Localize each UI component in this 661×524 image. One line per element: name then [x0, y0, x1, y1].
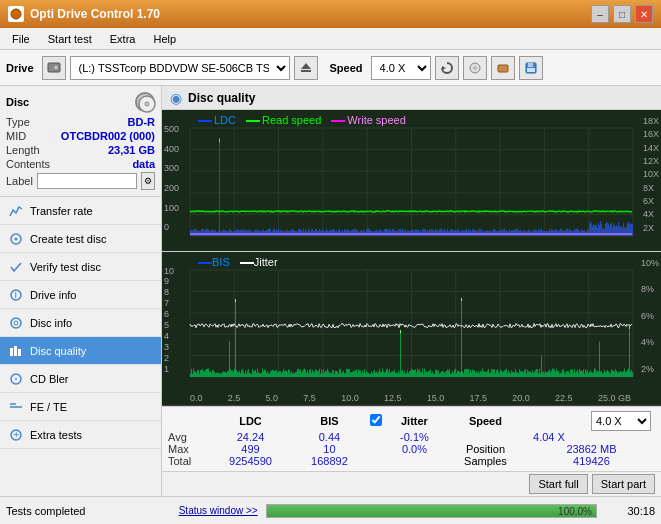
sidebar-item-fe-te[interactable]: FE / TE — [0, 393, 161, 421]
create-test-disc-label: Create test disc — [30, 233, 106, 245]
speed-label: Speed — [330, 62, 363, 74]
save-button[interactable] — [519, 56, 543, 80]
sidebar-item-disc-info[interactable]: Disc info — [0, 309, 161, 337]
minimize-button[interactable]: – — [591, 5, 609, 23]
svg-marker-3 — [301, 63, 311, 69]
total-ldc: 9254590 — [208, 455, 293, 467]
svg-marker-5 — [442, 66, 446, 70]
disc-info-label: Disc info — [30, 317, 72, 329]
avg-label: Avg — [168, 431, 208, 443]
app-title: Opti Drive Control 1.70 — [30, 7, 160, 21]
bis-legend: BIS — [198, 256, 230, 268]
sidebar-item-drive-info[interactable]: i Drive info — [0, 281, 161, 309]
progress-bar-container: 100.0% — [266, 504, 597, 518]
menu-start-test[interactable]: Start test — [40, 31, 100, 47]
menu-help[interactable]: Help — [145, 31, 184, 47]
disc-label-label: Label — [6, 175, 33, 187]
titlebar-left: Opti Drive Control 1.70 — [8, 6, 160, 22]
contents-label: Contents — [6, 158, 50, 170]
max-jitter: 0.0% — [386, 443, 443, 455]
contents-value: data — [132, 158, 155, 170]
disc-info-icon — [8, 315, 24, 331]
samples-label: Samples — [443, 455, 528, 467]
max-position: 23862 MB — [566, 443, 616, 455]
svg-point-18 — [11, 318, 21, 328]
nav-items: Transfer rate Create test disc Verify te… — [0, 197, 161, 496]
write-button[interactable] — [491, 56, 515, 80]
start-part-button[interactable]: Start part — [592, 474, 655, 494]
statusbar: Tests completed Status window >> 100.0% … — [0, 496, 661, 524]
sidebar-item-create-test-disc[interactable]: Create test disc — [0, 225, 161, 253]
jitter-col-header: Jitter — [386, 411, 443, 431]
svg-rect-10 — [528, 63, 533, 67]
status-text: Tests completed — [6, 505, 171, 517]
svg-rect-20 — [10, 348, 13, 356]
svg-point-0 — [11, 9, 21, 19]
verify-test-disc-icon — [8, 259, 24, 275]
max-row: Max 499 10 0.0% Position 23862 MB — [168, 443, 655, 455]
disc-label-input[interactable] — [37, 173, 137, 189]
eject-button[interactable] — [294, 56, 318, 80]
max-ldc: 499 — [208, 443, 293, 455]
drive-info-icon: i — [8, 287, 24, 303]
speed-col-header: Speed — [443, 411, 528, 431]
drive-icon-button[interactable] — [42, 56, 66, 80]
type-value: BD-R — [128, 116, 156, 128]
menubar: File Start test Extra Help — [0, 28, 661, 50]
svg-point-13 — [145, 102, 149, 106]
speed-dropdown[interactable]: 4.0 X — [591, 411, 651, 431]
menu-file[interactable]: File — [4, 31, 38, 47]
disc-panel: Disc Type BD-R MID OTCBDR002 (000) Lengt… — [0, 86, 161, 197]
xaxis-labels: 0.0 2.5 5.0 7.5 10.0 12.5 15.0 17.5 20.0… — [162, 392, 661, 406]
top-chart: LDC Read speed Write speed 500 400 300 2… — [162, 110, 661, 252]
cd-bler-label: CD Bler — [30, 373, 69, 385]
total-row: Total 9254590 168892 Samples 419426 — [168, 455, 655, 467]
stats-table: LDC BIS Jitter Speed 4.0 X — [168, 411, 655, 467]
sidebar-item-extra-tests[interactable]: + Extra tests — [0, 421, 161, 449]
top-chart-legend: LDC Read speed Write speed — [192, 112, 412, 128]
svg-point-24 — [15, 378, 17, 380]
sidebar-item-disc-quality[interactable]: Disc quality — [0, 337, 161, 365]
start-buttons-area: Start full Start part — [162, 471, 661, 496]
ldc-col-header: LDC — [208, 411, 293, 431]
drive-select[interactable]: (L:) TSSTcorp BDDVDW SE-506CB TS02 — [70, 56, 290, 80]
label-button[interactable]: ⚙ — [141, 172, 155, 190]
bottom-yaxis-right: 10% 8% 6% 4% 2% — [641, 258, 659, 375]
ldc-legend: LDC — [198, 114, 236, 126]
status-window-button[interactable]: Status window >> — [179, 505, 258, 516]
avg-bis: 0.44 — [293, 431, 366, 443]
svg-rect-8 — [498, 65, 508, 72]
jitter-checkbox[interactable] — [370, 414, 382, 426]
chart-icon: ◉ — [170, 90, 182, 106]
disc-quality-icon — [8, 343, 24, 359]
total-label: Total — [168, 455, 208, 467]
svg-point-2 — [54, 65, 58, 69]
sidebar-item-verify-test-disc[interactable]: Verify test disc — [0, 253, 161, 281]
create-test-disc-icon — [8, 231, 24, 247]
close-button[interactable]: ✕ — [635, 5, 653, 23]
maximize-button[interactable]: □ — [613, 5, 631, 23]
svg-point-7 — [473, 66, 476, 69]
svg-rect-4 — [301, 70, 311, 72]
start-full-button[interactable]: Start full — [529, 474, 587, 494]
svg-rect-22 — [18, 349, 21, 356]
disc-title: Disc — [6, 96, 29, 108]
bottom-chart-canvas — [162, 252, 661, 393]
sidebar-item-transfer-rate[interactable]: Transfer rate — [0, 197, 161, 225]
toolbar: Drive (L:) TSSTcorp BDDVDW SE-506CB TS02… — [0, 50, 661, 86]
extra-tests-icon: + — [8, 427, 24, 443]
drive-label: Drive — [6, 62, 34, 74]
refresh-button[interactable] — [435, 56, 459, 80]
avg-speed: 4.04 X — [533, 431, 565, 443]
svg-point-19 — [14, 321, 18, 325]
transfer-rate-label: Transfer rate — [30, 205, 93, 217]
svg-text:+: + — [13, 428, 19, 440]
type-label: Type — [6, 116, 30, 128]
speed-select[interactable]: 4.0 X — [371, 56, 431, 80]
disc-button[interactable] — [463, 56, 487, 80]
menu-extra[interactable]: Extra — [102, 31, 144, 47]
sidebar-item-cd-bler[interactable]: CD Bler — [0, 365, 161, 393]
svg-rect-21 — [14, 346, 17, 356]
length-label: Length — [6, 144, 40, 156]
cd-bler-icon — [8, 371, 24, 387]
